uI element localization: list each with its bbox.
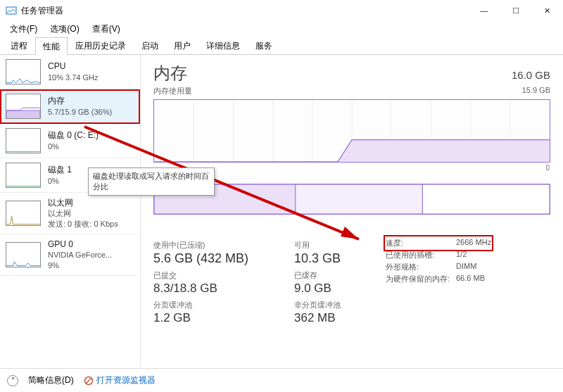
close-button[interactable]: ✕	[531, 0, 563, 21]
svg-marker-13	[338, 140, 550, 162]
used-value: 5.6 GB (432 MB)	[153, 251, 273, 266]
memory-usage-chart: 0	[153, 99, 550, 163]
sidebar-label: 磁盘 1	[48, 164, 72, 175]
paged-label: 分页缓冲池	[153, 300, 273, 310]
total-memory: 16.0 GB	[512, 69, 550, 81]
used-label: 使用中(已压缩)	[153, 240, 273, 251]
sidebar-item-gpu0[interactable]: GPU 0NVIDIA GeForce...9%	[0, 234, 140, 276]
sidebar: CPU10% 3.74 GHz 内存5.7/15.9 GB (36%) 磁盘 0…	[0, 55, 141, 366]
slots-key: 已使用的插槽:	[386, 250, 456, 260]
menu-file[interactable]: 文件(F)	[4, 22, 43, 37]
sidebar-sub: 0%	[48, 141, 99, 152]
body: CPU10% 3.74 GHz 内存5.7/15.9 GB (36%) 磁盘 0…	[0, 55, 563, 366]
paged-value: 1.2 GB	[153, 311, 273, 325]
stats-block: 使用中(已压缩) 5.6 GB (432 MB) 已提交 8.3/18.8 GB…	[153, 236, 550, 325]
main-panel: 内存 16.0 GB 内存使用量 15.9 GB 0	[141, 55, 563, 366]
tab-performance[interactable]: 性能	[35, 37, 68, 55]
page-title: 内存	[153, 62, 187, 84]
thumb-memory	[6, 94, 41, 119]
sidebar-item-memory[interactable]: 内存5.7/15.9 GB (36%)	[0, 89, 140, 124]
maximize-button[interactable]: ☐	[500, 0, 531, 21]
info-row-speed: 速度: 2666 MHz	[386, 237, 491, 249]
footer: ˄ 简略信息(D) 打开资源监视器	[0, 368, 563, 392]
brief-info-link[interactable]: 简略信息(D)	[28, 374, 74, 386]
usage-label: 内存使用量	[153, 86, 192, 96]
thumb-gpu0	[6, 242, 41, 267]
resmon-icon	[84, 376, 94, 386]
thumb-cpu	[6, 59, 41, 84]
thumb-disk1	[6, 163, 41, 188]
open-resmon-link[interactable]: 打开资源监视器	[84, 374, 156, 386]
speed-value: 2666 MHz	[456, 238, 491, 248]
tab-startup[interactable]: 启动	[134, 37, 166, 54]
menu-view[interactable]: 查看(V)	[87, 22, 126, 37]
info-row-hwreserved: 为硬件保留的内存: 66.6 MB	[386, 273, 491, 285]
axis-zero: 0	[545, 164, 550, 172]
form-key: 外形规格:	[386, 262, 456, 272]
cached-label: 已缓存	[294, 270, 365, 281]
sidebar-item-disk0[interactable]: 磁盘 0 (C: E:)0%	[0, 124, 140, 158]
sidebar-item-ethernet[interactable]: 以太网以太网发送: 0 接收: 0 Kbps	[0, 193, 140, 234]
sidebar-sub: 以太网	[48, 208, 118, 219]
sidebar-label: 内存	[48, 95, 112, 106]
nonpaged-label: 非分页缓冲池	[294, 300, 365, 310]
menubar: 文件(F) 选项(O) 查看(V)	[0, 21, 563, 37]
tab-app-history[interactable]: 应用历史记录	[68, 37, 134, 54]
sidebar-label: GPU 0	[48, 239, 112, 250]
thumb-ethernet	[6, 201, 41, 226]
menu-options[interactable]: 选项(O)	[44, 22, 84, 37]
svg-rect-1	[6, 110, 40, 119]
titlebar: 任务管理器 — ☐ ✕	[0, 0, 563, 21]
info-table: 速度: 2666 MHz 已使用的插槽: 1/2 外形规格: DIMM 为硬件保…	[386, 237, 491, 325]
sidebar-label: CPU	[48, 61, 99, 72]
disk-tooltip: 磁盘处理读取或写入请求的时间百分比	[88, 167, 215, 196]
avail-label: 可用	[294, 240, 365, 251]
sidebar-sub: 10% 3.74 GHz	[48, 72, 99, 83]
minimize-button[interactable]: —	[468, 0, 500, 21]
commit-value: 8.3/18.8 GB	[153, 282, 273, 296]
sidebar-sub2: 9%	[48, 260, 112, 271]
svg-rect-16	[422, 184, 550, 214]
hw-key: 为硬件保留的内存:	[386, 274, 456, 284]
info-row-form: 外形规格: DIMM	[386, 261, 491, 273]
sidebar-sub: 0%	[48, 176, 72, 186]
slots-value: 1/2	[456, 250, 467, 260]
svg-line-20	[86, 378, 91, 384]
app-icon	[6, 5, 17, 16]
tab-users[interactable]: 用户	[166, 37, 198, 54]
sidebar-sub: NVIDIA GeForce...	[48, 250, 112, 260]
resmon-label: 打开资源监视器	[96, 374, 156, 386]
sidebar-label: 以太网	[48, 197, 118, 208]
speed-key: 速度:	[386, 238, 456, 248]
chevron-up-icon[interactable]: ˄	[7, 375, 18, 386]
tab-details[interactable]: 详细信息	[198, 37, 248, 54]
tab-processes[interactable]: 进程	[3, 37, 35, 54]
tab-bar: 进程 性能 应用历史记录 启动 用户 详细信息 服务	[0, 37, 563, 55]
info-row-slots: 已使用的插槽: 1/2	[386, 249, 491, 261]
window-title: 任务管理器	[21, 5, 468, 17]
avail-value: 10.3 GB	[294, 251, 365, 266]
svg-rect-15	[296, 184, 423, 214]
usage-max: 15.9 GB	[522, 86, 550, 96]
tab-services[interactable]: 服务	[248, 37, 280, 54]
form-value: DIMM	[456, 262, 476, 272]
nonpaged-value: 362 MB	[294, 311, 365, 325]
sidebar-item-cpu[interactable]: CPU10% 3.74 GHz	[0, 55, 140, 89]
sidebar-sub2: 发送: 0 接收: 0 Kbps	[48, 219, 118, 229]
cached-value: 9.0 GB	[294, 282, 365, 296]
commit-label: 已提交	[153, 270, 273, 281]
sidebar-label: 磁盘 0 (C: E:)	[48, 129, 99, 141]
sidebar-sub: 5.7/15.9 GB (36%)	[48, 107, 112, 118]
thumb-disk0	[6, 128, 41, 153]
hw-value: 66.6 MB	[456, 274, 485, 284]
